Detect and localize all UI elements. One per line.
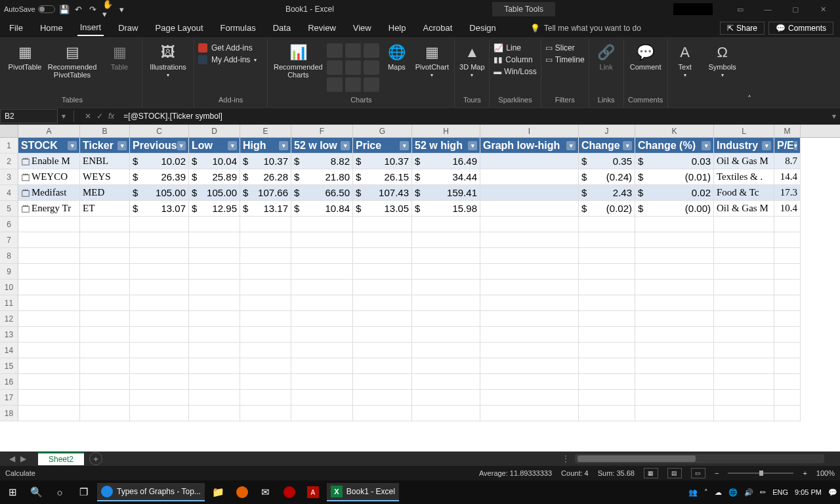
row-header[interactable]: 11: [0, 295, 18, 311]
network-icon[interactable]: 🌐: [728, 488, 738, 497]
row-header[interactable]: 2: [0, 154, 18, 169]
empty-cell[interactable]: [635, 406, 714, 421]
pivottable-button[interactable]: ▦PivotTable: [7, 43, 43, 71]
cell-price[interactable]: $107.43: [353, 185, 412, 201]
cell-high[interactable]: $13.17: [240, 201, 291, 217]
empty-cell[interactable]: [480, 390, 579, 406]
row-header[interactable]: 15: [0, 358, 18, 374]
undo-icon[interactable]: ↶: [74, 4, 84, 14]
table-header-low[interactable]: Low▾: [189, 138, 240, 154]
empty-cell[interactable]: [291, 232, 353, 248]
cell-change[interactable]: $0.35: [579, 154, 635, 169]
table-header-pe[interactable]: P/E▾: [774, 138, 801, 154]
minimize-icon[interactable]: ―: [755, 1, 781, 18]
row-header[interactable]: 7: [0, 232, 18, 248]
cell-high[interactable]: $107.66: [240, 185, 291, 201]
task-view-icon[interactable]: ❐: [74, 482, 93, 502]
row-header[interactable]: 16: [0, 374, 18, 390]
row-header[interactable]: 1: [0, 138, 18, 154]
empty-cell[interactable]: [412, 217, 480, 232]
empty-cell[interactable]: [480, 295, 579, 311]
tab-insert[interactable]: Insert: [77, 20, 104, 36]
tab-file[interactable]: File: [7, 20, 26, 35]
col-D[interactable]: D: [189, 125, 240, 137]
table-header-change[interactable]: Change▾: [579, 138, 635, 154]
cell-previous[interactable]: $13.07: [130, 201, 189, 217]
row-header[interactable]: 8: [0, 248, 18, 264]
empty-cell[interactable]: [714, 232, 774, 248]
empty-cell[interactable]: [353, 295, 412, 311]
empty-cell[interactable]: [189, 390, 240, 406]
acrobat-icon[interactable]: A: [303, 482, 323, 502]
enter-formula-icon[interactable]: ✓: [96, 112, 103, 121]
table-header-changepct[interactable]: Change (%)▾: [635, 138, 714, 154]
bar-chart-icon[interactable]: [327, 60, 343, 75]
horizontal-scrollbar[interactable]: [575, 454, 824, 463]
empty-cell[interactable]: [189, 374, 240, 390]
empty-cell[interactable]: [635, 248, 714, 264]
empty-cell[interactable]: [240, 406, 291, 421]
ribbon-display-icon[interactable]: ▭: [727, 1, 753, 18]
filter-dropdown-icon[interactable]: ▾: [762, 141, 771, 150]
col-L[interactable]: L: [714, 125, 774, 137]
empty-cell[interactable]: [240, 390, 291, 406]
empty-cell[interactable]: [240, 248, 291, 264]
empty-cell[interactable]: [291, 280, 353, 295]
sheet-next-icon[interactable]: ▶: [20, 454, 26, 463]
empty-cell[interactable]: [353, 311, 412, 327]
row-header[interactable]: 5: [0, 201, 18, 217]
empty-cell[interactable]: [353, 390, 412, 406]
row-header[interactable]: 17: [0, 390, 18, 406]
empty-cell[interactable]: [80, 295, 130, 311]
col-chart-icon[interactable]: [327, 43, 343, 58]
select-all-corner[interactable]: [0, 125, 18, 137]
chart-gallery[interactable]: [327, 43, 379, 92]
tab-data[interactable]: Data: [270, 20, 293, 35]
sparkline-winloss-button[interactable]: ▬Win/Loss: [494, 67, 536, 76]
cell-low[interactable]: $10.04: [189, 154, 240, 169]
empty-cell[interactable]: [240, 264, 291, 280]
empty-cell[interactable]: [240, 280, 291, 295]
empty-cell[interactable]: [635, 295, 714, 311]
cell-changepct[interactable]: $0.03: [635, 154, 714, 169]
cell-pe[interactable]: 14.4: [774, 169, 801, 185]
empty-cell[interactable]: [130, 327, 189, 343]
empty-cell[interactable]: [635, 374, 714, 390]
cancel-formula-icon[interactable]: ✕: [85, 112, 91, 121]
empty-cell[interactable]: [291, 406, 353, 421]
sheet-prev-icon[interactable]: ◀: [9, 454, 15, 463]
empty-cell[interactable]: [80, 217, 130, 232]
col-E[interactable]: E: [240, 125, 291, 137]
cell-ticker[interactable]: MED: [80, 185, 130, 201]
col-C[interactable]: C: [130, 125, 189, 137]
empty-cell[interactable]: [189, 264, 240, 280]
empty-cell[interactable]: [240, 311, 291, 327]
empty-cell[interactable]: [353, 217, 412, 232]
empty-cell[interactable]: [18, 280, 80, 295]
empty-cell[interactable]: [480, 343, 579, 358]
table-header-w52low[interactable]: 52 w low▾: [291, 138, 353, 154]
cell-low[interactable]: $25.89: [189, 169, 240, 185]
autosave-toggle[interactable]: AutoSave: [4, 5, 55, 13]
cell-52whigh[interactable]: $34.44: [412, 169, 480, 185]
col-K[interactable]: K: [635, 125, 714, 137]
empty-cell[interactable]: [189, 343, 240, 358]
empty-cell[interactable]: [18, 311, 80, 327]
account-box[interactable]: [673, 3, 713, 15]
tell-me-search[interactable]: 💡 Tell me what you want to do: [530, 24, 708, 33]
col-H[interactable]: H: [412, 125, 480, 137]
taskbar-edge[interactable]: Types of Graphs - Top...: [97, 483, 205, 501]
empty-cell[interactable]: [18, 295, 80, 311]
cell-change[interactable]: $(0.02): [579, 201, 635, 217]
empty-cell[interactable]: [189, 280, 240, 295]
my-addins-button[interactable]: My Add-ins▾: [198, 55, 257, 64]
empty-cell[interactable]: [291, 374, 353, 390]
empty-cell[interactable]: [291, 327, 353, 343]
cell-pe[interactable]: 17.3: [774, 185, 801, 201]
people-icon[interactable]: 👥: [688, 488, 698, 497]
row-header[interactable]: 9: [0, 264, 18, 280]
tab-home[interactable]: Home: [37, 20, 66, 35]
sparkline-column-button[interactable]: ▮▮Column: [494, 55, 536, 64]
cell-previous[interactable]: $105.00: [130, 185, 189, 201]
empty-cell[interactable]: [635, 217, 714, 232]
